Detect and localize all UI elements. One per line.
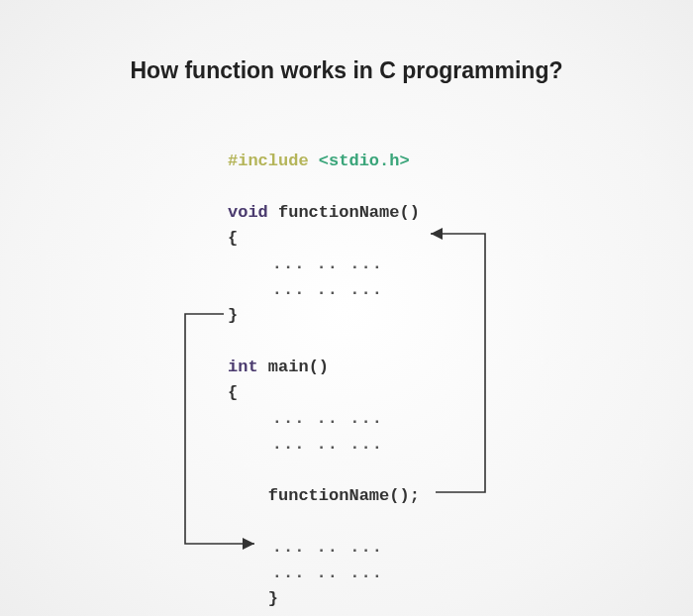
include-header: <stdio.h> (319, 152, 410, 170)
main-body-dots-1: ... .. ... (228, 406, 420, 432)
int-keyword: int (228, 358, 258, 376)
call-to-def-arrow-path (431, 234, 485, 492)
blank-line (228, 329, 420, 355)
fn-call-line: functionName(); (228, 483, 420, 509)
include-keyword: #include (228, 152, 309, 170)
include-line: #include <stdio.h> (228, 149, 420, 174)
main-after-dots-1: ... .. ... (228, 535, 420, 561)
blank-line (228, 174, 420, 200)
fn-def-name: functionName (278, 203, 399, 222)
call-to-def-arrow-head (431, 228, 443, 240)
main-parens: () (309, 358, 329, 376)
main-def-line: int main() (228, 355, 420, 380)
blank-line (228, 509, 420, 535)
fn-def-line: void functionName() (228, 200, 420, 226)
main-body-dots-2: ... .. ... (228, 432, 420, 458)
main-name: main (268, 358, 309, 376)
fn-open-brace: { (228, 226, 420, 252)
main-close-brace: } (228, 586, 420, 612)
blank-line (228, 458, 420, 483)
fn-close-brace: } (228, 303, 420, 329)
diagram-title: How function works in C programming? (0, 57, 693, 84)
main-open-brace: { (228, 380, 420, 406)
code-block: #include <stdio.h> void functionName() {… (228, 149, 420, 612)
void-keyword: void (228, 203, 268, 222)
fn-body-dots-1: ... .. ... (228, 252, 420, 277)
fn-def-parens: () (399, 203, 419, 222)
main-after-dots-2: ... .. ... (228, 561, 420, 586)
fn-body-dots-2: ... .. ... (228, 277, 420, 303)
